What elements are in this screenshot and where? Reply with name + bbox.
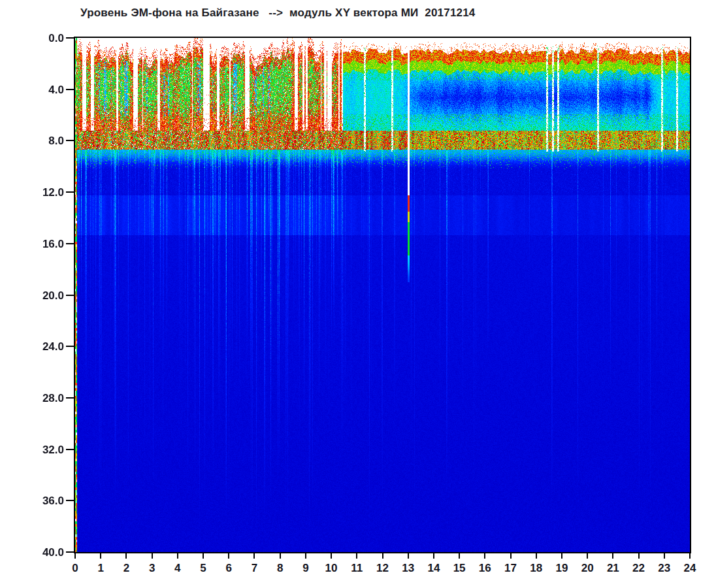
x-tick [305, 553, 306, 559]
y-tick-label: 16.0 [12, 237, 64, 252]
y-tick [66, 37, 74, 39]
x-tick-label: 14 [419, 562, 448, 575]
x-tick [664, 553, 665, 559]
x-tick [177, 553, 178, 559]
y-tick [66, 191, 74, 193]
x-tick [74, 553, 76, 559]
y-tick-label: 8.0 [12, 134, 64, 148]
chart-title: Уровень ЭМ-фона на Байгазане --> модуль … [80, 7, 476, 20]
x-tick [484, 553, 485, 559]
x-tick [356, 553, 357, 559]
x-tick [203, 553, 204, 559]
plot-frame [74, 37, 691, 553]
y-tick [66, 551, 74, 553]
x-tick-label: 6 [214, 562, 243, 575]
y-tick [66, 295, 74, 296]
y-tick-label: 4.0 [12, 83, 64, 97]
y-tick [66, 346, 74, 347]
x-tick [459, 553, 460, 559]
x-tick [510, 553, 512, 559]
y-tick-label: 12.0 [12, 186, 64, 200]
x-tick-label: 1 [86, 562, 115, 575]
x-tick-label: 0 [61, 562, 90, 575]
x-tick-label: 12 [368, 562, 397, 575]
x-tick [561, 553, 562, 559]
x-tick [331, 553, 332, 559]
x-tick-label: 24 [675, 562, 704, 575]
x-tick-label: 21 [598, 562, 627, 575]
y-tick-label: 20.0 [12, 289, 64, 303]
y-tick-label: 0.0 [12, 31, 64, 46]
x-tick-label: 11 [342, 562, 371, 575]
y-tick-label: 36.0 [12, 494, 64, 508]
x-tick-label: 23 [650, 562, 679, 575]
y-tick-label: 24.0 [12, 340, 64, 354]
y-tick [66, 500, 74, 501]
x-tick-label: 19 [547, 562, 576, 575]
x-tick-label: 2 [112, 562, 140, 575]
x-tick [280, 553, 281, 559]
x-tick [536, 553, 537, 559]
x-tick [100, 553, 101, 559]
x-tick-label: 10 [317, 562, 346, 575]
y-tick-label: 32.0 [12, 443, 64, 457]
y-tick-label: 40.0 [12, 546, 64, 560]
x-tick-label: 8 [266, 562, 295, 575]
x-tick [612, 553, 613, 559]
x-tick [253, 553, 255, 559]
x-tick-label: 5 [189, 562, 218, 575]
x-tick-label: 17 [496, 562, 525, 575]
x-tick [587, 553, 588, 559]
x-tick-label: 7 [240, 562, 268, 575]
x-tick [433, 553, 434, 559]
y-tick [66, 89, 74, 90]
y-tick [66, 397, 74, 399]
x-tick-label: 13 [394, 562, 423, 575]
x-tick [125, 553, 127, 559]
x-tick-label: 18 [522, 562, 551, 575]
x-tick-label: 22 [625, 562, 653, 575]
y-tick [66, 243, 74, 244]
x-tick [408, 553, 409, 559]
y-tick [66, 449, 74, 450]
x-tick-label: 16 [470, 562, 499, 575]
y-tick-label: 28.0 [12, 391, 64, 406]
x-tick-label: 9 [291, 562, 320, 575]
y-tick [66, 140, 74, 141]
x-tick [152, 553, 153, 559]
x-tick-label: 20 [573, 562, 602, 575]
chart-page: Уровень ЭМ-фона на Байгазане --> модуль … [0, 0, 716, 588]
x-tick [689, 553, 691, 559]
x-tick [228, 553, 229, 559]
x-tick-label: 15 [445, 562, 474, 575]
x-tick-label: 3 [138, 562, 167, 575]
x-tick [638, 553, 640, 559]
x-tick-label: 4 [163, 562, 192, 575]
x-tick [382, 553, 383, 559]
